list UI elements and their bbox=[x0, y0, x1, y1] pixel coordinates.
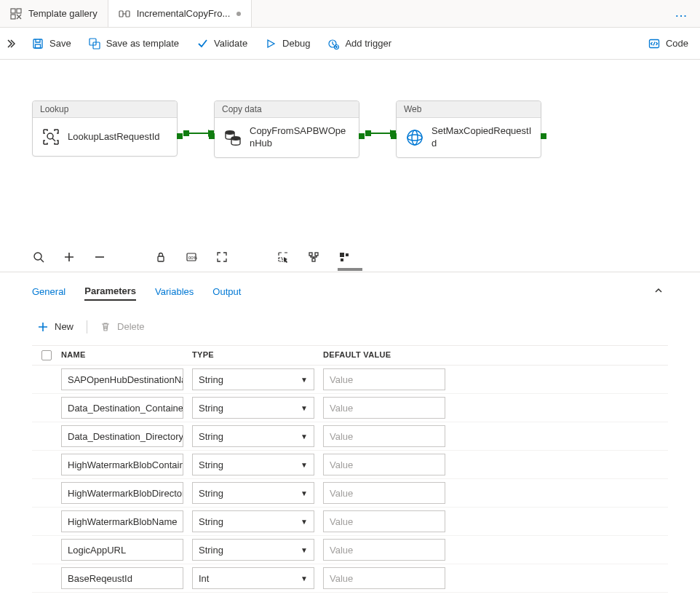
canvas-fit-button[interactable] bbox=[215, 250, 228, 264]
col-name: Name bbox=[61, 350, 192, 360]
pipeline-icon bbox=[119, 8, 130, 20]
param-type-select[interactable]: String▼ bbox=[192, 368, 314, 390]
expand-sidebar-button[interactable] bbox=[0, 28, 20, 60]
param-name-input[interactable]: BaseReqeustId bbox=[61, 567, 183, 589]
param-value-input[interactable]: Value bbox=[323, 454, 445, 475]
debug-button[interactable]: Debug bbox=[258, 33, 317, 54]
chevron-down-icon: ▼ bbox=[301, 461, 308, 469]
svg-point-18 bbox=[412, 130, 418, 145]
trigger-icon bbox=[327, 38, 339, 50]
canvas-align-button[interactable] bbox=[307, 250, 320, 264]
activity-lookup[interactable]: Lookup LookupLastRequestId bbox=[32, 100, 178, 157]
tab-output[interactable]: Output bbox=[212, 283, 241, 300]
tab-general[interactable]: General bbox=[32, 283, 65, 300]
col-type: Type bbox=[192, 350, 323, 360]
param-name-input[interactable]: SAPOpenHubDestinationName bbox=[61, 368, 183, 390]
param-value-input[interactable]: Value bbox=[323, 510, 445, 532]
param-name-input[interactable]: HighWatermarkBlobDirectory bbox=[61, 482, 183, 504]
tab-overflow-button[interactable]: ... bbox=[664, 0, 700, 27]
param-type-select[interactable]: String▼ bbox=[192, 425, 314, 447]
new-parameter-button[interactable]: New bbox=[32, 318, 79, 335]
chevron-down-icon: ▼ bbox=[301, 404, 308, 412]
collapse-pane-button[interactable] bbox=[649, 281, 668, 302]
web-icon bbox=[405, 128, 424, 147]
save-template-icon bbox=[89, 38, 100, 50]
param-value-input[interactable]: Value bbox=[323, 567, 445, 589]
canvas-multiselect-button[interactable] bbox=[277, 250, 290, 264]
validate-icon bbox=[196, 38, 208, 50]
col-default: Default value bbox=[323, 350, 518, 360]
svg-rect-7 bbox=[36, 44, 41, 48]
save-as-template-label: Save as template bbox=[106, 38, 179, 49]
canvas-add-button[interactable] bbox=[63, 250, 76, 264]
param-type-select[interactable]: Int▼ bbox=[192, 567, 314, 589]
param-value-input[interactable]: Value bbox=[323, 397, 445, 419]
input-port-icon[interactable] bbox=[209, 133, 215, 139]
param-value-input[interactable]: Value bbox=[323, 368, 445, 390]
output-port-icon[interactable] bbox=[177, 133, 183, 139]
param-value-input[interactable]: Value bbox=[323, 425, 445, 447]
svg-text:00%: 00% bbox=[188, 256, 197, 260]
save-button[interactable]: Save bbox=[25, 33, 79, 54]
canvas-search-button[interactable] bbox=[32, 250, 45, 264]
param-value-input[interactable]: Value bbox=[323, 482, 445, 504]
canvas-map-button[interactable] bbox=[338, 250, 351, 264]
output-port-icon[interactable] bbox=[541, 133, 546, 139]
select-all-checkbox[interactable] bbox=[41, 350, 52, 360]
delete-label: Delete bbox=[117, 321, 145, 332]
dirty-indicator-icon bbox=[236, 12, 241, 16]
chevron-down-icon: ▼ bbox=[301, 518, 308, 526]
input-port-icon[interactable] bbox=[391, 133, 397, 139]
param-type-select[interactable]: String▼ bbox=[192, 397, 314, 419]
table-row: HighWatermarkBlobDirectoryString▼Value bbox=[32, 479, 668, 508]
delete-parameter-button: Delete bbox=[95, 318, 151, 335]
activity-name: LookupLastRequestId bbox=[68, 131, 159, 143]
tab-parameters[interactable]: Parameters bbox=[84, 283, 136, 301]
activity-type-label: Lookup bbox=[33, 101, 177, 118]
tab-incremental-copy[interactable]: IncrementalCopyFro... bbox=[108, 0, 252, 27]
svg-rect-6 bbox=[33, 39, 42, 48]
param-name-input[interactable]: Data_Destination_Container bbox=[61, 397, 183, 419]
save-as-template-button[interactable]: Save as template bbox=[81, 33, 186, 54]
svg-rect-20 bbox=[158, 256, 164, 261]
svg-rect-3 bbox=[119, 11, 123, 17]
param-type-select[interactable]: String▼ bbox=[192, 539, 314, 561]
activity-name: SetMaxCopiedRequestId bbox=[431, 125, 532, 150]
table-row: HighWatermarkBlobNameString▼Value bbox=[32, 508, 668, 536]
activity-type-label: Web bbox=[397, 101, 541, 118]
add-trigger-label: Add trigger bbox=[345, 38, 391, 49]
debug-label: Debug bbox=[282, 38, 310, 49]
canvas-lock-button[interactable] bbox=[154, 250, 167, 264]
pane-splitter[interactable] bbox=[0, 269, 700, 272]
param-type-select[interactable]: String▼ bbox=[192, 482, 314, 504]
param-name-input[interactable]: Data_Destination_Directory bbox=[61, 425, 183, 447]
param-name-input[interactable]: LogicAppURL bbox=[61, 539, 183, 561]
table-row: LogicAppURLString▼Value bbox=[32, 536, 668, 564]
tab-variables[interactable]: Variables bbox=[155, 283, 194, 300]
activity-web[interactable]: Web SetMaxCopiedRequestId bbox=[396, 100, 541, 158]
table-row: Data_Destination_ContainerString▼Value bbox=[32, 394, 668, 422]
param-type-select[interactable]: String▼ bbox=[192, 510, 314, 532]
copy-data-icon bbox=[223, 128, 242, 147]
svg-rect-24 bbox=[309, 253, 312, 256]
canvas-zoom-percent-button[interactable]: 00% bbox=[185, 250, 198, 264]
svg-point-14 bbox=[226, 131, 234, 134]
param-value-input[interactable]: Value bbox=[323, 539, 445, 561]
table-row: BaseReqeustIdInt▼Value bbox=[32, 564, 668, 593]
chevron-down-icon: ▼ bbox=[301, 575, 308, 583]
canvas-remove-button[interactable] bbox=[93, 250, 106, 264]
param-name-input[interactable]: HighWatermarkBlobName bbox=[61, 510, 183, 532]
param-name-input[interactable]: HighWatermarkBlobContainer bbox=[61, 454, 183, 475]
tab-template-gallery[interactable]: Template gallery bbox=[0, 0, 108, 27]
param-type-select[interactable]: String▼ bbox=[192, 454, 314, 475]
save-icon bbox=[32, 38, 44, 50]
output-port-icon[interactable] bbox=[359, 133, 365, 139]
table-header: Name Type Default value bbox=[32, 345, 668, 366]
validate-button[interactable]: Validate bbox=[189, 33, 255, 54]
add-trigger-button[interactable]: Add trigger bbox=[320, 33, 399, 54]
code-button[interactable]: Code bbox=[641, 33, 696, 54]
svg-point-17 bbox=[407, 135, 422, 141]
pipeline-canvas[interactable]: Lookup LookupLastRequestId Copy data Cop… bbox=[0, 60, 700, 269]
activity-copy-data[interactable]: Copy data CopyFromSAPBWOpenHub bbox=[214, 100, 359, 158]
canvas-toolbar: 00% bbox=[32, 250, 351, 264]
